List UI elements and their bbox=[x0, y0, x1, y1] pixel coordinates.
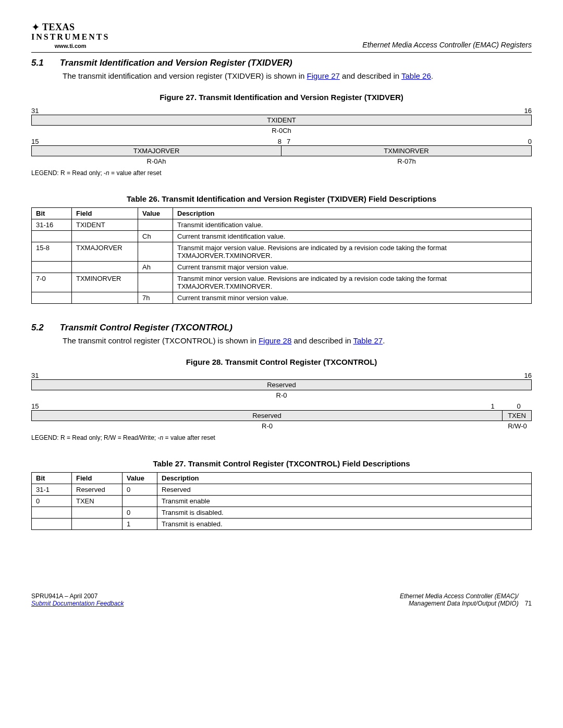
intro-text-b: and described in bbox=[340, 71, 401, 80]
figure-28-title: Figure 28. Transmit Control Register (TX… bbox=[31, 357, 532, 366]
table-row: 31-1Reserved0Reserved bbox=[32, 484, 532, 496]
table-row: 31-16TXIDENTTransmit identification valu… bbox=[32, 219, 532, 231]
intro-text-a: The transmit control register (TXCONTROL… bbox=[63, 336, 259, 345]
bit-15: 15 bbox=[31, 138, 47, 145]
field-txen: TXEN bbox=[503, 411, 531, 421]
legend-b: = value after reset bbox=[109, 169, 162, 177]
figure-28-bitfield: 31 16 Reserved R-0 15 1 0 Reserved TXEN … bbox=[31, 372, 532, 431]
bit-15: 15 bbox=[31, 402, 47, 410]
table-27: Bit Field Value Description 31-1Reserved… bbox=[31, 472, 532, 530]
field-txmajorver: TXMAJORVER bbox=[32, 146, 282, 156]
legend-a: LEGEND: R = Read only; R/W = Read/Write;… bbox=[31, 434, 160, 441]
page-number: 71 bbox=[525, 600, 532, 607]
reset-reserved-b: R-0 bbox=[31, 421, 503, 431]
th-field: Field bbox=[72, 473, 123, 484]
section-num: 5.1 bbox=[31, 58, 57, 68]
table-row: ChCurrent transmit identification value. bbox=[32, 231, 532, 242]
reset-txident: R-0Ch bbox=[31, 126, 532, 135]
intro-text-a: The transmit identification and version … bbox=[63, 71, 307, 80]
doc-id: SPRU941A – April 2007 bbox=[31, 593, 124, 600]
section-5-2-title: 5.2 Transmit Control Register (TXCONTROL… bbox=[31, 323, 532, 333]
bit-0: 0 bbox=[521, 138, 532, 145]
reset-txen: R/W-0 bbox=[503, 421, 532, 431]
bit-1: 1 bbox=[480, 402, 506, 410]
section-5-1-body: The transmit identification and version … bbox=[63, 71, 532, 80]
table-26-title: Table 26. Transmit Identification and Ve… bbox=[31, 194, 532, 203]
table-26-link[interactable]: Table 26 bbox=[401, 71, 431, 80]
table-row: Bit Field Value Description bbox=[32, 208, 532, 219]
th-bit: Bit bbox=[32, 208, 72, 219]
table-row: 7hCurrent transmit minor version value. bbox=[32, 292, 532, 304]
table-27-link[interactable]: Table 27 bbox=[353, 336, 383, 345]
bit-31: 31 bbox=[31, 107, 47, 115]
brand-top: TEXAS bbox=[42, 22, 75, 33]
header-rule bbox=[31, 52, 532, 53]
figure-27-link[interactable]: Figure 27 bbox=[307, 71, 340, 80]
table-26: Bit Field Value Description 31-16TXIDENT… bbox=[31, 207, 532, 304]
page-footer: SPRU941A – April 2007 Submit Documentati… bbox=[31, 593, 532, 607]
bit-0: 0 bbox=[506, 402, 532, 410]
header-right: Ethernet Media Access Controller (EMAC) … bbox=[362, 41, 532, 49]
figure-28-legend: LEGEND: R = Read only; R/W = Read/Write;… bbox=[31, 434, 532, 441]
intro-text-b: and described in bbox=[291, 336, 353, 345]
submit-feedback-link[interactable]: Submit Documentation Feedback bbox=[31, 600, 124, 607]
table-row: 0TXENTransmit enable bbox=[32, 496, 532, 507]
figure-28-link[interactable]: Figure 28 bbox=[259, 336, 291, 345]
brand-url: www.ti.com bbox=[31, 43, 109, 49]
bit-8: 8 bbox=[271, 138, 282, 145]
reset-reserved-a: R-0 bbox=[31, 390, 532, 400]
figure-27-title: Figure 27. Transmit Identification and V… bbox=[31, 93, 532, 102]
section-num: 5.2 bbox=[31, 323, 57, 333]
brand-bottom: INSTRUMENTS bbox=[31, 32, 109, 42]
table-row: 1Transmit is enabled. bbox=[32, 519, 532, 530]
reset-txmajorver: R-0Ah bbox=[31, 156, 282, 166]
th-value: Value bbox=[138, 208, 173, 219]
page-header: ✦ TEXAS INSTRUMENTS www.ti.com Ethernet … bbox=[31, 21, 532, 49]
section-5-1-title: 5.1 Transmit Identification and Version … bbox=[31, 58, 532, 68]
section-title-text: Transmit Control Register (TXCONTROL) bbox=[60, 323, 232, 332]
section-5-2-body: The transmit control register (TXCONTROL… bbox=[63, 336, 532, 345]
legend-n: n bbox=[106, 169, 109, 177]
field-reserved-a: Reserved bbox=[32, 380, 531, 390]
th-bit: Bit bbox=[32, 473, 72, 484]
th-field: Field bbox=[72, 208, 138, 219]
table-row: AhCurrent transmit major version value. bbox=[32, 262, 532, 273]
th-desc: Description bbox=[157, 473, 532, 484]
field-reserved-b: Reserved bbox=[32, 411, 503, 421]
reset-txminorver: R-07h bbox=[282, 156, 532, 166]
table-row: 7-0TXMINORVERTransmit minor version valu… bbox=[32, 273, 532, 292]
bit-31: 31 bbox=[31, 372, 47, 379]
th-value: Value bbox=[123, 473, 157, 484]
table-row: 15-8TXMAJORVERTransmit major version val… bbox=[32, 242, 532, 262]
field-txident: TXIDENT bbox=[32, 115, 531, 125]
footer-title-a: Ethernet Media Access Controller (EMAC)/ bbox=[400, 593, 519, 600]
footer-title-b: Management Data Input/Output (MDIO) bbox=[400, 600, 519, 607]
legend-a: LEGEND: R = Read only; - bbox=[31, 169, 106, 177]
table-row: Bit Field Value Description bbox=[32, 473, 532, 484]
table-row: 0Transmit is disabled. bbox=[32, 507, 532, 519]
figure-27-legend: LEGEND: R = Read only; -n = value after … bbox=[31, 169, 532, 177]
ti-logo: ✦ TEXAS INSTRUMENTS www.ti.com bbox=[31, 21, 109, 49]
bit-16: 16 bbox=[516, 372, 532, 379]
intro-text-c: . bbox=[431, 71, 433, 80]
bit-7: 7 bbox=[282, 138, 297, 145]
intro-text-c: . bbox=[383, 336, 385, 345]
bit-16: 16 bbox=[516, 107, 532, 115]
legend-b: = value after reset bbox=[163, 434, 215, 441]
table-27-title: Table 27. Transmit Control Register (TXC… bbox=[31, 459, 532, 468]
th-desc: Description bbox=[173, 208, 532, 219]
field-txminorver: TXMINORVER bbox=[282, 146, 531, 156]
figure-27-bitfield: 31 16 TXIDENT R-0Ch 15 8 7 0 TXMAJORVER … bbox=[31, 107, 532, 166]
section-title-text: Transmit Identification and Version Regi… bbox=[60, 58, 292, 68]
ti-chip-icon: ✦ bbox=[31, 21, 40, 33]
